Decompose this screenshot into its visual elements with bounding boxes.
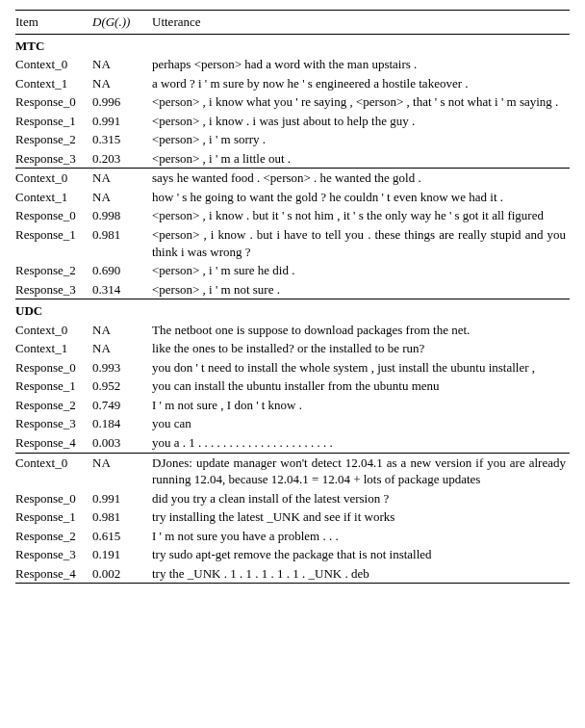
table-row: Context_1NAlike the ones to be installed… [15, 339, 570, 358]
item-label: Context_0 [15, 169, 92, 188]
item-label: Context_0 [15, 453, 92, 489]
results-table: Item D(G(.)) Utterance MTC Context_0NApe… [15, 10, 570, 585]
score-value: NA [92, 74, 152, 93]
utterance-text: I ' m not sure you have a problem . . . [152, 527, 570, 546]
table-row: Response_10.981<person> , i know . but i… [15, 225, 570, 261]
score-value: 0.184 [92, 414, 152, 433]
score-value: 0.003 [92, 433, 152, 453]
utterance-text: like the ones to be installed? or the in… [152, 339, 570, 358]
table-row: Response_00.993you don ' t need to insta… [15, 358, 570, 377]
score-value: 0.191 [92, 545, 152, 564]
score-value: 0.981 [92, 225, 152, 261]
utterance-text: <person> , i ' m sure he did . [152, 261, 570, 280]
utterance-text: says he wanted food . <person> . he want… [152, 169, 570, 188]
table-row: Context_0NAsays he wanted food . <person… [15, 169, 570, 188]
score-formula: D(G(.)) [92, 14, 130, 29]
col-score-header: D(G(.)) [92, 11, 152, 35]
score-value: 0.952 [92, 377, 152, 396]
item-label: Response_1 [15, 112, 92, 131]
utterance-text: The netboot one is suppose to download p… [152, 321, 570, 340]
table-row: Response_30.314<person> , i ' m not sure… [15, 280, 570, 299]
table-row: Context_1NAa word ? i ' m sure by now he… [15, 74, 570, 93]
item-label: Response_2 [15, 396, 92, 415]
utterance-text: a word ? i ' m sure by now he ' s engine… [152, 74, 570, 93]
score-value: 0.991 [92, 489, 152, 508]
utterance-text: DJones: update manager won't detect 12.0… [152, 453, 570, 489]
score-value: NA [92, 453, 152, 489]
table-bottom-rule [15, 584, 570, 586]
table-row: Context_0NAThe netboot one is suppose to… [15, 321, 570, 340]
header-row: Item D(G(.)) Utterance [15, 11, 570, 35]
item-label: Response_1 [15, 225, 92, 261]
item-label: Response_1 [15, 377, 92, 396]
score-value: 0.314 [92, 280, 152, 299]
score-value: 0.981 [92, 507, 152, 527]
item-label: Response_0 [15, 92, 92, 112]
utterance-text: how ' s he going to want the gold ? he c… [152, 188, 570, 207]
score-value: 0.998 [92, 206, 152, 225]
item-label: Context_1 [15, 74, 92, 93]
table-row: Response_10.952you can install the ubunt… [15, 377, 570, 396]
utterance-text: try installing the latest _UNK and see i… [152, 507, 570, 527]
item-label: Context_1 [15, 339, 92, 358]
table-row: Response_20.315<person> , i ' m sorry . [15, 130, 570, 149]
table-row: Context_0NAperhaps <person> had a word w… [15, 55, 570, 74]
table-row: Response_30.203<person> , i ' m a little… [15, 149, 570, 169]
section-udc: UDC [15, 299, 570, 321]
utterance-text: you can install the ubuntu installer fro… [152, 377, 570, 396]
utterance-text: I ' m not sure , I don ' t know . [152, 396, 570, 415]
table-row: Response_20.615I ' m not sure you have a… [15, 527, 570, 546]
item-label: Response_1 [15, 507, 92, 527]
item-label: Context_0 [15, 55, 92, 74]
item-label: Response_3 [15, 545, 92, 564]
table-row: Response_10.981try installing the latest… [15, 507, 570, 527]
table-row: Response_30.184you can [15, 414, 570, 433]
score-value: 0.203 [92, 149, 152, 169]
utterance-text: <person> , i ' m a little out . [152, 149, 570, 169]
utterance-text: you can [152, 414, 570, 433]
section-udc-label: UDC [15, 299, 570, 321]
table-row: Response_20.690<person> , i ' m sure he … [15, 261, 570, 280]
col-utt-header: Utterance [152, 11, 570, 35]
score-value: 0.749 [92, 396, 152, 415]
utterance-text: <person> , i ' m not sure . [152, 280, 570, 299]
score-value: NA [92, 339, 152, 358]
score-value: NA [92, 169, 152, 188]
utterance-text: <person> , i know what you ' re saying ,… [152, 92, 570, 112]
item-label: Response_2 [15, 130, 92, 149]
utterance-text: <person> , i know . but i have to tell y… [152, 225, 570, 261]
section-mtc: MTC [15, 34, 570, 55]
utterance-text: <person> , i ' m sorry . [152, 130, 570, 149]
table-row: Response_40.002try the _UNK . 1 . 1 . 1 … [15, 564, 570, 584]
table-row: Context_1NAhow ' s he going to want the … [15, 188, 570, 207]
score-value: 0.615 [92, 527, 152, 546]
score-value: NA [92, 321, 152, 340]
score-value: 0.993 [92, 358, 152, 377]
table-row: Response_00.998<person> , i know . but i… [15, 206, 570, 225]
score-value: 0.002 [92, 564, 152, 584]
table-row: Response_40.003you a . 1 . . . . . . . .… [15, 433, 570, 453]
utterance-text: you a . 1 . . . . . . . . . . . . . . . … [152, 433, 570, 453]
item-label: Response_2 [15, 527, 92, 546]
col-item-header: Item [15, 11, 92, 35]
score-value: 0.996 [92, 92, 152, 112]
table-row: Response_00.991did you try a clean insta… [15, 489, 570, 508]
utterance-text: <person> , i know . i was just about to … [152, 112, 570, 131]
section-mtc-label: MTC [15, 34, 570, 55]
item-label: Response_4 [15, 433, 92, 453]
item-label: Context_1 [15, 188, 92, 207]
utterance-text: try sudo apt-get remove the package that… [152, 545, 570, 564]
item-label: Response_3 [15, 280, 92, 299]
utterance-text: <person> , i know . but it ' s not him ,… [152, 206, 570, 225]
item-label: Context_0 [15, 321, 92, 340]
item-label: Response_3 [15, 149, 92, 169]
table-row: Response_00.996<person> , i know what yo… [15, 92, 570, 112]
utterance-text: you don ' t need to install the whole sy… [152, 358, 570, 377]
utterance-text: try the _UNK . 1 . 1 . 1 . 1 . 1 . _UNK … [152, 564, 570, 584]
score-value: 0.991 [92, 112, 152, 131]
item-label: Response_0 [15, 489, 92, 508]
table-row: Response_30.191try sudo apt-get remove t… [15, 545, 570, 564]
score-value: 0.315 [92, 130, 152, 149]
item-label: Response_3 [15, 414, 92, 433]
score-value: 0.690 [92, 261, 152, 280]
